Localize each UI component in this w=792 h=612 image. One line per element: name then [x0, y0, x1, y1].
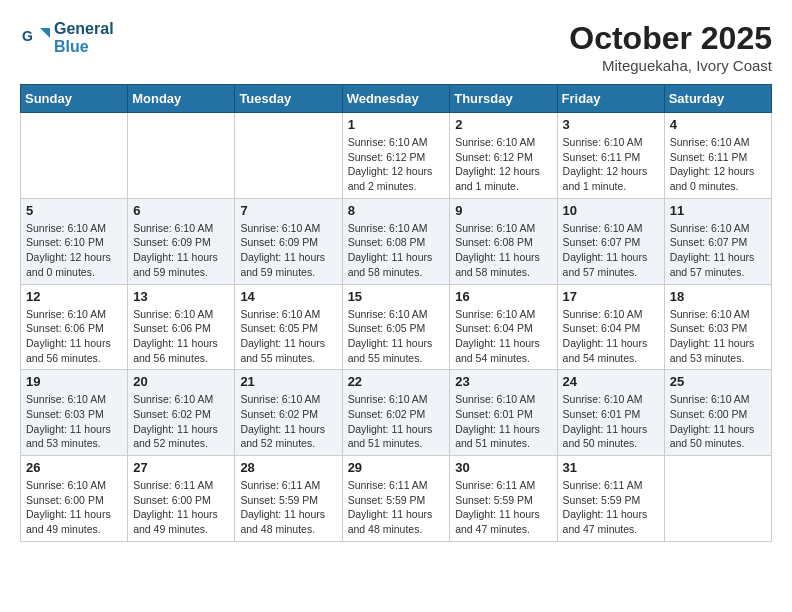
calendar-cell: 3Sunrise: 6:10 AM Sunset: 6:11 PM Daylig…	[557, 113, 664, 199]
day-number: 26	[26, 460, 122, 475]
day-number: 11	[670, 203, 766, 218]
calendar-cell: 18Sunrise: 6:10 AM Sunset: 6:03 PM Dayli…	[664, 284, 771, 370]
day-number: 13	[133, 289, 229, 304]
calendar-week-row: 12Sunrise: 6:10 AM Sunset: 6:06 PM Dayli…	[21, 284, 772, 370]
day-number: 29	[348, 460, 445, 475]
calendar-cell: 20Sunrise: 6:10 AM Sunset: 6:02 PM Dayli…	[128, 370, 235, 456]
calendar-cell: 19Sunrise: 6:10 AM Sunset: 6:03 PM Dayli…	[21, 370, 128, 456]
calendar-cell: 7Sunrise: 6:10 AM Sunset: 6:09 PM Daylig…	[235, 198, 342, 284]
calendar-cell: 1Sunrise: 6:10 AM Sunset: 6:12 PM Daylig…	[342, 113, 450, 199]
day-number: 3	[563, 117, 659, 132]
day-info: Sunrise: 6:10 AM Sunset: 6:06 PM Dayligh…	[26, 307, 122, 366]
day-info: Sunrise: 6:10 AM Sunset: 6:04 PM Dayligh…	[455, 307, 551, 366]
day-info: Sunrise: 6:10 AM Sunset: 6:00 PM Dayligh…	[670, 392, 766, 451]
calendar-cell: 24Sunrise: 6:10 AM Sunset: 6:01 PM Dayli…	[557, 370, 664, 456]
calendar-cell: 15Sunrise: 6:10 AM Sunset: 6:05 PM Dayli…	[342, 284, 450, 370]
day-info: Sunrise: 6:10 AM Sunset: 6:07 PM Dayligh…	[563, 221, 659, 280]
calendar-cell: 5Sunrise: 6:10 AM Sunset: 6:10 PM Daylig…	[21, 198, 128, 284]
day-number: 15	[348, 289, 445, 304]
day-number: 21	[240, 374, 336, 389]
day-number: 18	[670, 289, 766, 304]
calendar-cell	[235, 113, 342, 199]
day-info: Sunrise: 6:10 AM Sunset: 6:09 PM Dayligh…	[240, 221, 336, 280]
day-number: 2	[455, 117, 551, 132]
calendar-cell	[128, 113, 235, 199]
day-info: Sunrise: 6:11 AM Sunset: 6:00 PM Dayligh…	[133, 478, 229, 537]
day-info: Sunrise: 6:10 AM Sunset: 6:08 PM Dayligh…	[348, 221, 445, 280]
logo-general: General	[54, 20, 114, 38]
day-number: 5	[26, 203, 122, 218]
weekday-header-monday: Monday	[128, 85, 235, 113]
svg-marker-1	[40, 28, 50, 38]
calendar-cell: 14Sunrise: 6:10 AM Sunset: 6:05 PM Dayli…	[235, 284, 342, 370]
day-number: 23	[455, 374, 551, 389]
location-title: Miteguekaha, Ivory Coast	[569, 57, 772, 74]
day-info: Sunrise: 6:10 AM Sunset: 6:01 PM Dayligh…	[563, 392, 659, 451]
calendar-table: SundayMondayTuesdayWednesdayThursdayFrid…	[20, 84, 772, 542]
day-number: 17	[563, 289, 659, 304]
day-number: 28	[240, 460, 336, 475]
logo-icon: G	[20, 23, 50, 53]
day-number: 19	[26, 374, 122, 389]
calendar-cell	[664, 456, 771, 542]
calendar-cell: 27Sunrise: 6:11 AM Sunset: 6:00 PM Dayli…	[128, 456, 235, 542]
day-number: 27	[133, 460, 229, 475]
day-info: Sunrise: 6:10 AM Sunset: 6:12 PM Dayligh…	[455, 135, 551, 194]
svg-text:G: G	[22, 28, 33, 44]
calendar-cell: 31Sunrise: 6:11 AM Sunset: 5:59 PM Dayli…	[557, 456, 664, 542]
calendar-cell: 23Sunrise: 6:10 AM Sunset: 6:01 PM Dayli…	[450, 370, 557, 456]
day-info: Sunrise: 6:11 AM Sunset: 5:59 PM Dayligh…	[348, 478, 445, 537]
day-number: 7	[240, 203, 336, 218]
weekday-header-wednesday: Wednesday	[342, 85, 450, 113]
calendar-cell: 10Sunrise: 6:10 AM Sunset: 6:07 PM Dayli…	[557, 198, 664, 284]
day-info: Sunrise: 6:10 AM Sunset: 6:05 PM Dayligh…	[348, 307, 445, 366]
weekday-header-tuesday: Tuesday	[235, 85, 342, 113]
logo-blue: Blue	[54, 38, 114, 56]
weekday-header-sunday: Sunday	[21, 85, 128, 113]
day-info: Sunrise: 6:10 AM Sunset: 6:10 PM Dayligh…	[26, 221, 122, 280]
calendar-week-row: 26Sunrise: 6:10 AM Sunset: 6:00 PM Dayli…	[21, 456, 772, 542]
day-number: 8	[348, 203, 445, 218]
day-number: 30	[455, 460, 551, 475]
day-number: 20	[133, 374, 229, 389]
day-number: 25	[670, 374, 766, 389]
page-header: G General Blue October 2025 Miteguekaha,…	[20, 20, 772, 74]
day-info: Sunrise: 6:10 AM Sunset: 6:00 PM Dayligh…	[26, 478, 122, 537]
day-number: 6	[133, 203, 229, 218]
calendar-cell: 17Sunrise: 6:10 AM Sunset: 6:04 PM Dayli…	[557, 284, 664, 370]
day-info: Sunrise: 6:10 AM Sunset: 6:02 PM Dayligh…	[240, 392, 336, 451]
day-info: Sunrise: 6:11 AM Sunset: 5:59 PM Dayligh…	[455, 478, 551, 537]
calendar-cell: 9Sunrise: 6:10 AM Sunset: 6:08 PM Daylig…	[450, 198, 557, 284]
calendar-week-row: 1Sunrise: 6:10 AM Sunset: 6:12 PM Daylig…	[21, 113, 772, 199]
calendar-cell: 25Sunrise: 6:10 AM Sunset: 6:00 PM Dayli…	[664, 370, 771, 456]
day-info: Sunrise: 6:11 AM Sunset: 5:59 PM Dayligh…	[563, 478, 659, 537]
day-number: 4	[670, 117, 766, 132]
day-info: Sunrise: 6:10 AM Sunset: 6:03 PM Dayligh…	[670, 307, 766, 366]
day-info: Sunrise: 6:10 AM Sunset: 6:04 PM Dayligh…	[563, 307, 659, 366]
weekday-header-friday: Friday	[557, 85, 664, 113]
calendar-cell: 13Sunrise: 6:10 AM Sunset: 6:06 PM Dayli…	[128, 284, 235, 370]
weekday-header-thursday: Thursday	[450, 85, 557, 113]
day-info: Sunrise: 6:10 AM Sunset: 6:02 PM Dayligh…	[133, 392, 229, 451]
day-info: Sunrise: 6:10 AM Sunset: 6:12 PM Dayligh…	[348, 135, 445, 194]
day-info: Sunrise: 6:10 AM Sunset: 6:11 PM Dayligh…	[670, 135, 766, 194]
weekday-header-saturday: Saturday	[664, 85, 771, 113]
day-number: 24	[563, 374, 659, 389]
day-info: Sunrise: 6:10 AM Sunset: 6:01 PM Dayligh…	[455, 392, 551, 451]
calendar-cell: 29Sunrise: 6:11 AM Sunset: 5:59 PM Dayli…	[342, 456, 450, 542]
logo: G General Blue	[20, 20, 114, 55]
calendar-cell: 16Sunrise: 6:10 AM Sunset: 6:04 PM Dayli…	[450, 284, 557, 370]
day-number: 9	[455, 203, 551, 218]
day-info: Sunrise: 6:10 AM Sunset: 6:09 PM Dayligh…	[133, 221, 229, 280]
day-number: 22	[348, 374, 445, 389]
day-info: Sunrise: 6:11 AM Sunset: 5:59 PM Dayligh…	[240, 478, 336, 537]
calendar-cell: 12Sunrise: 6:10 AM Sunset: 6:06 PM Dayli…	[21, 284, 128, 370]
calendar-cell: 28Sunrise: 6:11 AM Sunset: 5:59 PM Dayli…	[235, 456, 342, 542]
calendar-cell: 11Sunrise: 6:10 AM Sunset: 6:07 PM Dayli…	[664, 198, 771, 284]
calendar-cell: 30Sunrise: 6:11 AM Sunset: 5:59 PM Dayli…	[450, 456, 557, 542]
day-number: 1	[348, 117, 445, 132]
day-info: Sunrise: 6:10 AM Sunset: 6:08 PM Dayligh…	[455, 221, 551, 280]
month-title: October 2025	[569, 20, 772, 57]
calendar-cell: 4Sunrise: 6:10 AM Sunset: 6:11 PM Daylig…	[664, 113, 771, 199]
day-number: 14	[240, 289, 336, 304]
